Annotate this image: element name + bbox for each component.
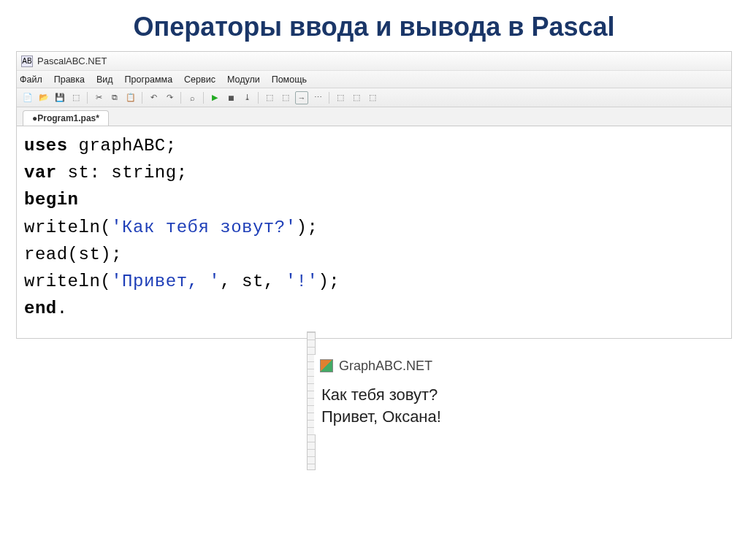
tab-program1[interactable]: ●Program1.pas* xyxy=(23,110,109,126)
copy-icon[interactable]: ⧉ xyxy=(108,91,121,104)
string-literal: '!' xyxy=(286,272,318,291)
run-icon[interactable]: ▶ xyxy=(208,91,221,104)
menu-service[interactable]: Сервис xyxy=(184,74,215,85)
save-all-icon[interactable]: ⬚ xyxy=(69,91,83,104)
separator-icon xyxy=(329,92,329,104)
code-line: var st: string; xyxy=(24,159,724,186)
code-line: writeln('Как тебя зовут?'); xyxy=(24,214,724,241)
find-icon[interactable]: ⌕ xyxy=(186,91,199,104)
code-line: begin xyxy=(24,186,724,213)
menu-program[interactable]: Программа xyxy=(125,74,173,85)
tab-strip: ●Program1.pas* xyxy=(17,107,731,126)
output-title: GraphABC.NET xyxy=(339,358,432,374)
separator-icon xyxy=(87,92,88,104)
save-icon[interactable]: 💾 xyxy=(53,91,66,104)
code-text: . xyxy=(57,299,68,318)
code-text: graphABC; xyxy=(68,136,177,156)
string-literal: 'Как тебя зовут?' xyxy=(111,218,296,237)
output-line: Как тебя зовут? xyxy=(321,384,577,406)
new-icon[interactable]: 📄 xyxy=(21,91,34,104)
step-icon[interactable]: ⤓ xyxy=(240,91,253,104)
panel-a-icon[interactable]: ⬚ xyxy=(334,91,347,104)
code-line: end. xyxy=(24,295,724,322)
arrow-icon[interactable]: → xyxy=(295,91,308,104)
code-text: read(st); xyxy=(24,245,122,264)
separator-icon xyxy=(203,92,204,104)
window-icon[interactable]: ⬚ xyxy=(263,91,276,104)
app-icon: AB xyxy=(21,55,33,67)
ide-window: AB PascalABC.NET Файл Правка Вид Програм… xyxy=(16,51,732,339)
output-body: Как тебя зовут? Привет, Оксана! xyxy=(314,377,584,434)
code-text: writeln( xyxy=(24,272,111,291)
output-window: GraphABC.NET Как тебя зовут? Привет, Окс… xyxy=(314,355,584,434)
separator-icon xyxy=(142,92,142,104)
panel-b-icon[interactable]: ⬚ xyxy=(350,91,363,104)
keyword-end: end xyxy=(24,299,57,318)
code-text: , st, xyxy=(220,272,285,291)
toolbar: 📄 📂 💾 ⬚ ✂ ⧉ 📋 ↶ ↷ ⌕ ▶ ⏹ ⤓ ⬚ ⬚ → ⋯ ⬚ ⬚ ⬚ xyxy=(17,88,731,107)
slide-title: Операторы ввода и вывода в Pascal xyxy=(0,0,748,51)
menu-help[interactable]: Помощь xyxy=(272,74,307,85)
window2-icon[interactable]: ⬚ xyxy=(279,91,292,104)
stop-icon[interactable]: ⏹ xyxy=(224,91,237,104)
code-line: uses graphABC; xyxy=(24,132,724,159)
menu-view[interactable]: Вид xyxy=(96,74,113,85)
menu-file[interactable]: Файл xyxy=(20,74,42,85)
code-editor[interactable]: uses graphABC; var st: string; begin wri… xyxy=(17,126,731,338)
redo-icon[interactable]: ↷ xyxy=(163,91,176,104)
separator-icon xyxy=(180,92,181,104)
menu-bar: Файл Правка Вид Программа Сервис Модули … xyxy=(17,71,731,88)
panel-c-icon[interactable]: ⬚ xyxy=(366,91,379,104)
keyword-var: var xyxy=(24,163,57,183)
code-text: ); xyxy=(318,272,340,291)
code-text: writeln( xyxy=(24,218,111,237)
keyword-uses: uses xyxy=(24,136,68,156)
code-line: writeln('Привет, ', st, '!'); xyxy=(24,268,724,295)
code-text: ); xyxy=(297,218,318,237)
output-line: Привет, Оксана! xyxy=(321,406,577,428)
code-text: st: string; xyxy=(57,163,188,183)
menu-modules[interactable]: Модули xyxy=(227,74,260,85)
paste-icon[interactable]: 📋 xyxy=(124,91,137,104)
graphabc-icon xyxy=(320,359,333,372)
cut-icon[interactable]: ✂ xyxy=(92,91,105,104)
keyword-begin: begin xyxy=(24,190,79,210)
overflow-icon[interactable]: ⋯ xyxy=(311,91,324,104)
title-bar: AB PascalABC.NET xyxy=(17,52,731,71)
code-line: read(st); xyxy=(24,241,724,268)
separator-icon xyxy=(258,92,259,104)
output-title-bar: GraphABC.NET xyxy=(314,355,584,377)
window-title: PascalABC.NET xyxy=(37,55,107,66)
undo-icon[interactable]: ↶ xyxy=(147,91,160,104)
string-literal: 'Привет, ' xyxy=(111,272,220,291)
open-icon[interactable]: 📂 xyxy=(37,91,50,104)
menu-edit[interactable]: Правка xyxy=(54,74,85,85)
